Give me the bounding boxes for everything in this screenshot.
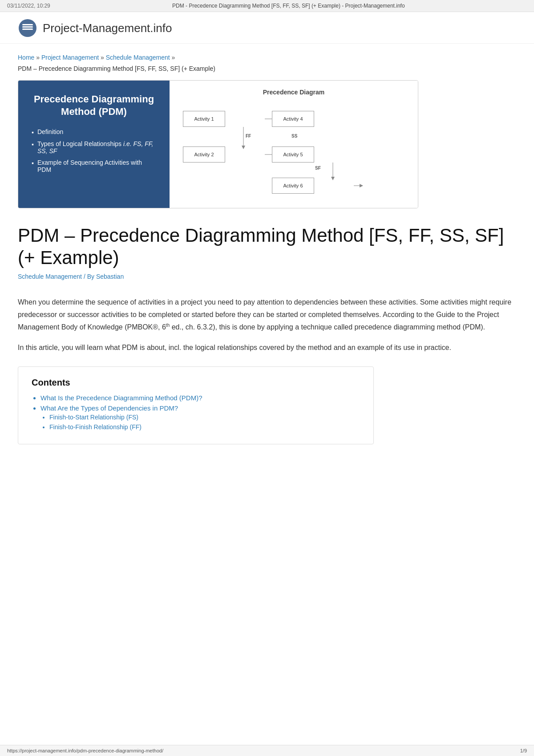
featured-list: Definition Types of Logical Relationship… — [32, 128, 156, 173]
page-content: Home » Project Management » Schedule Man… — [0, 44, 534, 462]
activity-1-box: Activity 1 — [183, 111, 225, 127]
precedence-diagram-title: Precedence Diagram — [178, 89, 409, 96]
svg-rect-1 — [22, 26, 33, 28]
pdm-diagram: FS FF SS FS SF — [178, 102, 409, 200]
article-meta: Schedule Management / By Sebastian — [18, 273, 516, 280]
browser-bar: 03/11/2022, 10:29 PDM - Precedence Diagr… — [0, 0, 534, 12]
breadcrumb-project-management[interactable]: Project Management — [41, 54, 99, 61]
activity-4-box: Activity 4 — [272, 111, 314, 127]
contents-sublink-2[interactable]: Finish-to-Finish Relationship (FF) — [49, 423, 142, 431]
contents-sub-item: Finish-to-Finish Relationship (FF) — [49, 423, 360, 431]
svg-text:SF: SF — [315, 166, 321, 171]
contents-link-2[interactable]: What Are the Types of Dependencies in PD… — [40, 404, 178, 412]
article-meta-category[interactable]: Schedule Management — [18, 273, 82, 280]
activity-6-box: Activity 6 — [272, 178, 314, 194]
contents-item: What Is the Precedence Diagramming Metho… — [40, 394, 360, 402]
contents-list: What Is the Precedence Diagramming Metho… — [32, 394, 360, 431]
contents-item: What Are the Types of Dependencies in PD… — [40, 404, 360, 431]
site-header: Project-Management.info — [0, 12, 534, 44]
contents-sublist: Finish-to-Start Relationship (FS) Finish… — [40, 414, 360, 431]
contents-sub-item: Finish-to-Start Relationship (FS) — [49, 414, 360, 421]
breadcrumb-current: PDM – Precedence Diagramming Method [FS,… — [18, 65, 516, 72]
featured-list-item: Example of Sequencing Activities with PD… — [32, 159, 156, 173]
activity-5-box: Activity 5 — [272, 146, 314, 163]
breadcrumb-schedule-management[interactable]: Schedule Management — [106, 54, 170, 61]
featured-box: Precedence Diagramming Method (PDM) Defi… — [18, 80, 418, 208]
svg-text:SS: SS — [291, 134, 298, 138]
featured-list-item: Types of Logical Relationships i.e. FS, … — [32, 140, 156, 154]
article-title: PDM – Precedence Diagramming Method [FS,… — [18, 224, 516, 269]
svg-text:FF: FF — [246, 134, 251, 138]
svg-rect-3 — [22, 24, 33, 25]
contents-heading: Contents — [32, 378, 360, 388]
article-paragraph-2: In this article, you will learn what PDM… — [18, 341, 516, 354]
site-logo-icon — [18, 18, 37, 38]
featured-list-item: Definition — [32, 128, 156, 136]
svg-marker-9 — [242, 146, 245, 149]
site-title: Project-Management.info — [43, 21, 172, 35]
article-body: When you determine the sequence of activ… — [18, 296, 516, 444]
browser-datetime: 03/11/2022, 10:29 — [7, 3, 50, 9]
svg-rect-2 — [22, 28, 33, 30]
svg-point-0 — [19, 19, 36, 37]
svg-marker-20 — [360, 184, 363, 187]
svg-marker-18 — [331, 177, 335, 180]
breadcrumb: Home » Project Management » Schedule Man… — [18, 53, 516, 63]
featured-left: Precedence Diagramming Method (PDM) Defi… — [18, 81, 170, 208]
browser-tab-title: PDM - Precedence Diagramming Method [FS,… — [172, 3, 405, 9]
article-paragraph-1: When you determine the sequence of activ… — [18, 296, 516, 333]
contents-link-1[interactable]: What Is the Precedence Diagramming Metho… — [40, 394, 202, 402]
activity-2-box: Activity 2 — [183, 146, 225, 163]
breadcrumb-home[interactable]: Home — [18, 54, 34, 61]
contents-box: Contents What Is the Precedence Diagramm… — [18, 366, 374, 444]
featured-heading: Precedence Diagramming Method (PDM) — [32, 93, 156, 118]
featured-right: Precedence Diagram FS FF SS — [170, 81, 418, 208]
contents-sublink-1[interactable]: Finish-to-Start Relationship (FS) — [49, 414, 138, 421]
